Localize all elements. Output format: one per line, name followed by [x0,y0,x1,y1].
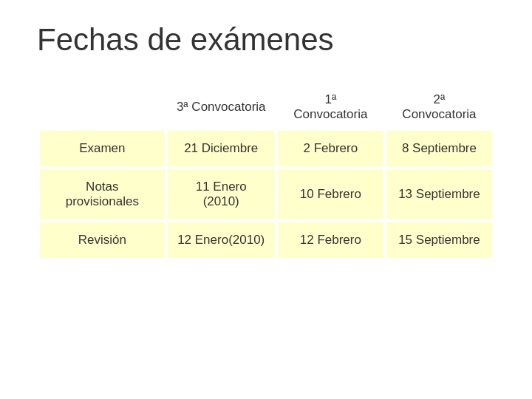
examen-2a: 8 Septiembre [386,131,492,166]
table-row-examen: Examen 21 Diciembre 2 Febrero 8 Septiemb… [40,131,492,166]
examen-3a: 21 Diciembre [168,131,275,166]
header-3a-convocatoria: 3ª Convocatoria [168,86,275,128]
table-row-revision: Revisión 12 Enero(2010) 12 Febrero 15 Se… [40,222,492,258]
table-wrapper: 3ª Convocatoria 1ª Convocatoria 2ª Convo… [37,83,495,377]
page-title: Fechas de exámenes [37,22,495,58]
label-notas: Notas provisionales [40,169,165,219]
notas-3a: 11 Enero (2010) [168,169,275,219]
header-row: 3ª Convocatoria 1ª Convocatoria 2ª Convo… [40,86,492,128]
revision-1a: 12 Febrero [278,222,383,258]
revision-2a: 15 Septiembre [386,222,492,258]
table-row-notas: Notas provisionales 11 Enero (2010) 10 F… [40,169,492,219]
label-revision: Revisión [40,222,165,258]
exam-dates-table: 3ª Convocatoria 1ª Convocatoria 2ª Convo… [37,83,495,261]
header-1a-convocatoria: 1ª Convocatoria [278,86,383,128]
examen-1a: 2 Febrero [278,131,383,166]
page-container: Fechas de exámenes 3ª Convocatoria 1ª Co… [0,0,532,399]
notas-2a: 13 Septiembre [386,169,492,219]
header-empty [40,86,165,128]
header-2a-convocatoria: 2ª Convocatoria [386,86,492,128]
notas-1a: 10 Febrero [278,169,383,219]
revision-3a: 12 Enero(2010) [168,222,275,258]
label-examen: Examen [40,131,165,166]
